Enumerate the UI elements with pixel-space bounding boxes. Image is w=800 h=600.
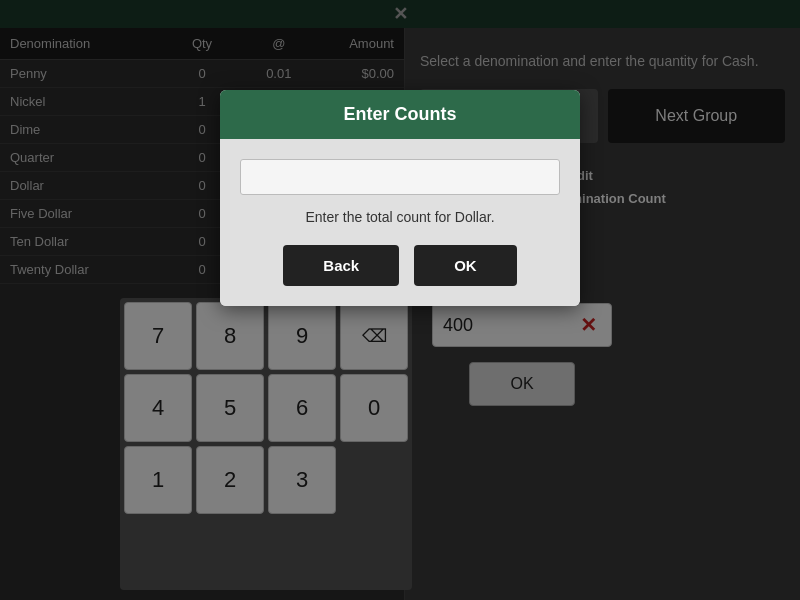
modal-title: Enter Counts bbox=[343, 104, 456, 124]
modal-overlay: Enter Counts Enter the total count for D… bbox=[0, 0, 800, 600]
modal-ok-button[interactable]: OK bbox=[414, 245, 517, 286]
modal-count-input[interactable] bbox=[240, 159, 560, 195]
modal-back-button[interactable]: Back bbox=[283, 245, 399, 286]
modal-header: Enter Counts bbox=[220, 90, 580, 139]
modal-body: Enter the total count for Dollar. Back O… bbox=[220, 139, 580, 306]
modal-buttons: Back OK bbox=[240, 245, 560, 286]
modal-message: Enter the total count for Dollar. bbox=[240, 209, 560, 225]
enter-counts-modal: Enter Counts Enter the total count for D… bbox=[220, 90, 580, 306]
